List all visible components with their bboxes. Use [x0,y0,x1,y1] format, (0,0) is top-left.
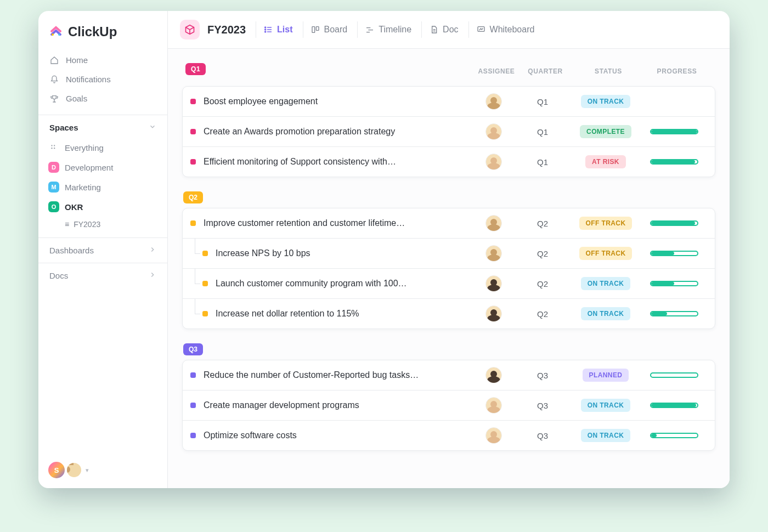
status-cell[interactable]: OFF TRACK [570,217,641,230]
assignee-cell[interactable] [472,154,515,170]
task-row[interactable]: Efficient monitoring of Support consiste… [183,146,715,177]
list-icon: ≡ [65,220,69,229]
okr-sublist[interactable]: ≡ FY2023 [38,217,167,232]
sidebar-dashboards[interactable]: Dashboards [38,237,167,263]
assignee-cell[interactable] [472,93,515,110]
space-marketing[interactable]: MMarketing [38,177,167,197]
assignee-cell[interactable] [472,305,515,322]
space-label: Development [65,163,113,172]
nav-goals[interactable]: Goals [38,89,167,108]
task-row[interactable]: Boost employee engagementQ1ON TRACK [183,87,715,116]
progress-bar [650,251,698,256]
space-chip: M [48,182,59,193]
status-cell[interactable]: PLANNED [570,369,641,382]
view-tab-list[interactable]: List [256,21,300,38]
sidebar-footer[interactable]: S ▾ [38,454,167,488]
nav-label: Goals [66,94,87,103]
group-badge[interactable]: Q2 [183,191,203,203]
task-row[interactable]: Increase net dollar retention to 115%Q2O… [183,298,715,329]
task-name: Create manager development programs [204,400,472,410]
assignee-cell[interactable] [472,275,515,292]
status-bullet [190,433,196,438]
progress-bar [650,220,698,226]
task-row[interactable]: Reduce the number of Customer-Reported b… [183,360,715,390]
user-avatar[interactable] [67,463,81,477]
assignee-cell[interactable] [472,245,515,262]
grid-icon [48,142,59,153]
task-row[interactable]: Improve customer retention and customer … [183,208,715,238]
status-pill: ON TRACK [581,429,631,442]
task-row[interactable]: Create manager development programsQ3ON … [183,390,715,420]
progress-cell [641,433,707,438]
view-tab-timeline[interactable]: Timeline [357,21,419,38]
task-name: Efficient monitoring of Support consiste… [204,157,472,167]
assignee-cell[interactable] [472,215,515,231]
workspace-avatar[interactable]: S [48,462,65,478]
task-name: Improve customer retention and customer … [204,218,472,228]
spaces-header[interactable]: Spaces [38,115,167,138]
status-cell[interactable]: ON TRACK [570,429,641,442]
task-name: Reduce the number of Customer-Reported b… [204,370,472,380]
status-cell[interactable]: ON TRACK [570,399,641,412]
chevron-right-icon [149,271,156,280]
quarter-cell: Q2 [515,309,570,319]
home-icon [49,56,59,65]
avatar [485,154,502,170]
space-chip: D [48,162,59,173]
view-tab-board[interactable]: Board [303,21,355,38]
sidebar-link-label: Docs [49,271,68,280]
progress-bar [650,281,698,286]
nav-notifications[interactable]: Notifications [38,70,167,89]
task-row[interactable]: Launch customer community program with 1… [183,268,715,298]
svg-point-4 [51,148,52,149]
status-cell[interactable]: ON TRACK [570,277,641,290]
assignee-cell[interactable] [472,397,515,414]
nav-home[interactable]: Home [38,50,167,70]
task-row[interactable]: Optimize software costsQ3ON TRACK [183,420,715,450]
status-cell[interactable]: OFF TRACK [570,247,641,260]
progress-cell [641,220,707,226]
breadcrumb-title[interactable]: FY2023 [202,24,253,36]
group-badge[interactable]: Q1 [185,63,206,75]
progress-cell [641,372,707,378]
progress-bar [650,372,698,378]
bell-icon [49,75,59,84]
view-tab-doc[interactable]: Doc [421,21,466,38]
quarter-cell: Q1 [515,97,570,106]
space-chip: O [48,201,59,212]
assignee-cell[interactable] [472,123,515,140]
svg-point-6 [265,27,266,28]
space-badge-icon[interactable] [180,20,200,39]
doc-icon [430,25,438,34]
chevron-right-icon [149,246,156,255]
view-tab-whiteboard[interactable]: Whiteboard [468,21,543,38]
status-cell[interactable]: COMPLETE [570,125,641,138]
status-bullet [190,403,196,408]
col-status: STATUS [573,67,644,75]
status-pill: OFF TRACK [579,247,633,260]
spaces-list: Everything DDevelopmentMMarketingOOKR ≡ … [38,138,167,237]
status-bullet [202,251,208,256]
status-cell[interactable]: AT RISK [570,155,641,168]
timeline-icon [365,25,374,34]
space-development[interactable]: DDevelopment [38,157,167,177]
task-name: Launch customer community program with 1… [216,279,472,288]
progress-cell [641,403,707,408]
status-cell[interactable]: ON TRACK [570,95,641,108]
col-progress: PROGRESS [644,67,710,75]
group-badge[interactable]: Q3 [183,343,203,355]
task-row[interactable]: Create an Awards promotion preparation s… [183,116,715,146]
assignee-cell[interactable] [472,427,515,444]
space-okr[interactable]: OOKR [38,197,167,217]
space-everything[interactable]: Everything [38,138,167,157]
brand-logo[interactable]: ClickUp [38,11,167,49]
status-cell[interactable]: ON TRACK [570,307,641,320]
task-row[interactable]: Increase NPS by 10 bpsQ2OFF TRACK [183,238,715,268]
task-name: Create an Awards promotion preparation s… [204,127,472,137]
sidebar-docs[interactable]: Docs [38,263,167,288]
progress-cell [641,251,707,256]
assignee-cell[interactable] [472,367,515,383]
svg-rect-12 [312,27,315,33]
status-bullet [190,129,196,134]
space-label: Everything [65,143,104,152]
